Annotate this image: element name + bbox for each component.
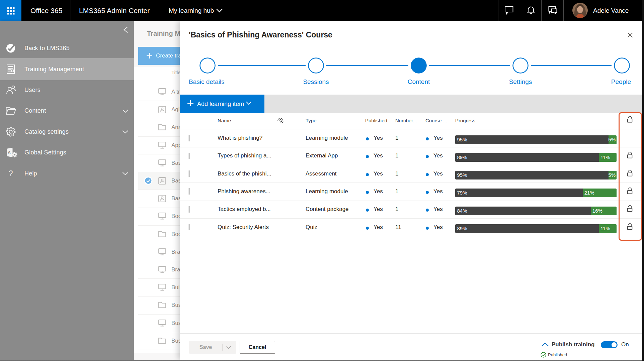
svg-text:A: A xyxy=(8,150,11,155)
